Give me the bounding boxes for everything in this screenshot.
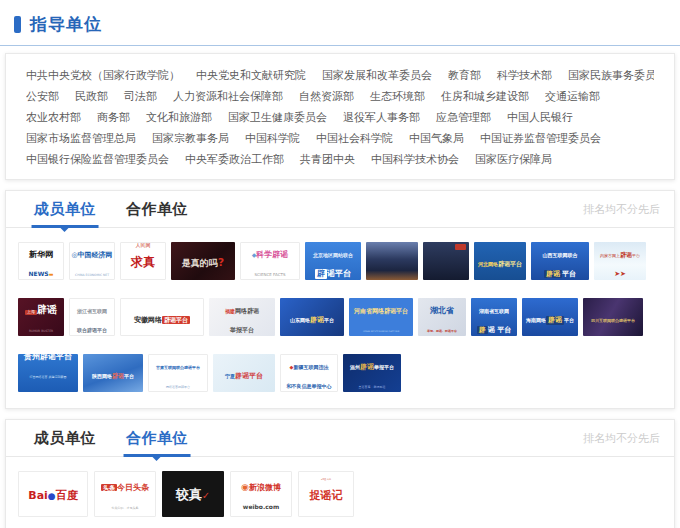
shandong-piyao-platform-logo[interactable]: 山东网络 辟谣 平台 bbox=[280, 298, 344, 336]
partner-tabbar: 成员单位合作单位 排名均不分先后 bbox=[6, 420, 674, 457]
logo-text: 举报平台 bbox=[230, 317, 254, 336]
logo-text: 贵州省互联网信息办公室 联合主办 bbox=[33, 383, 64, 392]
sichuan-lianhe-piyao-logo[interactable]: 四川互联网联合辟谣平台 bbox=[583, 298, 643, 336]
logo-text: 温州 辟谣 举报平台 bbox=[350, 354, 394, 373]
guide-unit: 中国社会科学院 bbox=[316, 128, 393, 149]
guide-unit: 中国银行保险监督管理委员会 bbox=[26, 149, 169, 170]
guide-units-row: 中共中央党校（国家行政学院）中央党史和文献研究院国家发展和改革委员会教育部科学技… bbox=[26, 65, 654, 86]
zhejiang-lianhe-piyao-logo[interactable]: 浙江省互联网联合辟谣平台 bbox=[69, 298, 115, 336]
jinri-toutiao-logo[interactable]: 头条 今日头条你关心的，才是头条 bbox=[94, 471, 156, 517]
guide-units-row: 公安部民政部司法部人力资源和社会保障部自然资源部生态环境部住房和城乡建设部交通运… bbox=[26, 86, 654, 107]
logo-text: 福建 网络辟谣 bbox=[225, 298, 259, 317]
anhui-piyao-platform-logo[interactable]: 安徽网络 辟谣平台 bbox=[120, 298, 204, 336]
logo-text: 甘肃互联网联合辟谣平台 bbox=[156, 354, 200, 373]
shanghai-piyao-logo[interactable]: 上海辟谣RUMOR BUSTER bbox=[18, 298, 64, 336]
guide-unit: 人力资源和社会保障部 bbox=[173, 86, 283, 107]
guide-unit: 中国人民银行 bbox=[507, 107, 573, 128]
logo-text: 河南省网络辟谣平台 bbox=[354, 298, 408, 317]
tab-label: 成员单位 bbox=[34, 200, 96, 219]
ranking-note: 排名均不分先后 bbox=[583, 431, 660, 446]
hainan-piyao-platform-logo[interactable]: 海南网络辟谣平台 bbox=[522, 298, 578, 336]
header-divider bbox=[0, 45, 680, 46]
title-bar-icon bbox=[14, 16, 21, 33]
wenzhou-piyao-jubao-logo[interactable]: 温州 辟谣 举报平台查谣言库 · 举报辟谣 bbox=[343, 354, 401, 392]
logo-text: SCIENCE FACTS bbox=[255, 261, 286, 280]
city-skyline-dusk-logo[interactable] bbox=[366, 242, 418, 280]
baidu-logo[interactable]: Bai●百度 bbox=[18, 471, 88, 517]
tab-member-units[interactable]: 成员单位 bbox=[34, 420, 96, 456]
logo-text: 较真✓ bbox=[176, 484, 210, 503]
active-tab-underline bbox=[124, 454, 191, 457]
logo-text: 湖北省 bbox=[430, 298, 454, 317]
gansu-lianhe-piyao-logo[interactable]: 甘肃互联网联合辟谣平台网络谣言粉碎平台 bbox=[148, 354, 208, 392]
xinhuanet-logo[interactable]: 新华网NEWS ▬ bbox=[18, 242, 64, 280]
member-logo-grid: 新华网NEWS ▬◎ 中国经济网CHINA ECONOMIC NET人民网求真求… bbox=[6, 228, 674, 408]
guizhou-piyao-platform-logo[interactable]: 贵州辟谣平台打击网络谣言 共建清朗家园贵州省互联网信息办公室 联合主办 bbox=[18, 354, 78, 392]
guide-unit: 国家民族事务委员会 bbox=[568, 65, 654, 86]
logo-text: 是真的吗? bbox=[182, 251, 224, 270]
logo-text: 网络谣言粉碎平台 bbox=[166, 373, 190, 392]
logo-row: 上海辟谣RUMOR BUSTER浙江省互联网联合辟谣平台安徽网络 辟谣平台福建 … bbox=[18, 298, 662, 336]
guide-unit: 科学技术部 bbox=[497, 65, 552, 86]
henan-piyao-platform-logo[interactable]: 河南省网络辟谣平台HENAN REFUTE RUMORS PLATFORM bbox=[349, 298, 413, 336]
guide-unit: 国家市场监督管理总局 bbox=[26, 128, 136, 149]
logo-text: 浙江省互联网 bbox=[77, 298, 107, 317]
jiaozhen-logo[interactable]: 较真✓ bbox=[162, 471, 224, 517]
guide-unit: 国家医疗保障局 bbox=[475, 149, 552, 170]
ningxia-piyao-platform-logo[interactable]: 宁夏 辟谣平台 bbox=[213, 354, 275, 392]
hebei-piyao-platform-logo[interactable]: 河北网络 辟谣平台 bbox=[474, 242, 526, 280]
logo-text: weibo.com bbox=[243, 494, 279, 513]
logo-text: e调查·出品 bbox=[321, 471, 331, 484]
member-units-panel: 成员单位合作单位 排名均不分先后 新华网NEWS ▬◎ 中国经济网CHINA E… bbox=[5, 190, 675, 409]
fujian-piyao-jubao-logo[interactable]: 福建 网络辟谣举报平台 bbox=[209, 298, 275, 336]
guide-unit: 商务部 bbox=[97, 107, 130, 128]
logo-text: 湖南省互联网 bbox=[479, 298, 509, 317]
beijing-piyao-platform-logo[interactable]: 北京地区网站联合辟谣平台 bbox=[305, 242, 361, 280]
shi-zhen-de-ma-logo[interactable]: 是真的吗? bbox=[171, 242, 235, 280]
guide-unit: 公安部 bbox=[26, 86, 59, 107]
logo-text: 上海辟谣 bbox=[25, 298, 57, 317]
shaanxi-piyao-platform-logo[interactable]: 陕西网络辟谣平台 bbox=[83, 354, 143, 392]
guide-units-row: 中国银行保险监督管理委员会中央军委政治工作部共青团中央中国科学技术协会国家医疗保… bbox=[26, 149, 654, 170]
logo-text: 北京地区网站联合 bbox=[313, 242, 353, 261]
logo-text: 河北网络 辟谣平台 bbox=[478, 251, 522, 270]
logo-text: 四川互联网联合辟谣平台 bbox=[591, 307, 635, 326]
logo-row: 新华网NEWS ▬◎ 中国经济网CHINA ECONOMIC NET人民网求真求… bbox=[18, 242, 662, 280]
logo-text: ◎ 中国经济网 bbox=[71, 242, 112, 261]
neimenggu-piyao-platform-logo[interactable]: 内蒙古网上 辟谣 平台➤➤ bbox=[594, 242, 646, 280]
logo-text: 山西互联网联合 bbox=[543, 242, 578, 261]
kexue-piyao-logo[interactable]: ◆ 科学辟谣SCIENCE FACTS bbox=[240, 242, 300, 280]
logo-text: 人民网 bbox=[136, 242, 151, 251]
guide-units-row: 农业农村部商务部文化和旅游部国家卫生健康委员会退役军人事务部应急管理部中国人民银… bbox=[26, 107, 654, 128]
tab-label: 合作单位 bbox=[126, 200, 188, 219]
xinjiang-jubao-center-logo[interactable]: ◆ 新疆互联网违法和不良信息举报中心 bbox=[280, 354, 338, 392]
logo-text: 辟谣 平台 bbox=[544, 261, 576, 280]
hubei-jubao-piyao-logo[interactable]: 湖北省举报、辟谣、防谣平台 bbox=[418, 298, 466, 336]
guide-unit: 交通运输部 bbox=[545, 86, 600, 107]
guide-unit: 中国科学院 bbox=[245, 128, 300, 149]
hunan-piyao-platform-logo[interactable]: 湖南省互联网辟谣 平台 bbox=[471, 298, 517, 336]
city-skyline-night-logo[interactable] bbox=[423, 242, 469, 280]
guide-unit: 国家发展和改革委员会 bbox=[322, 65, 432, 86]
tab-partner-units[interactable]: 合作单位 bbox=[126, 420, 188, 456]
sina-weibo-logo[interactable]: ◉ 新浪微博weibo.com bbox=[230, 471, 292, 517]
logo-text: 宁夏 辟谣平台 bbox=[225, 363, 263, 382]
tab-partner-units[interactable]: 合作单位 bbox=[126, 191, 188, 227]
guide-unit: 自然资源部 bbox=[299, 86, 354, 107]
logo-text: 辟谣 平台 bbox=[477, 317, 511, 336]
guide-unit: 中国气象局 bbox=[409, 128, 464, 149]
logo-text: ◆ 新疆互联网违法 bbox=[290, 354, 329, 373]
china-economic-net-logo[interactable]: ◎ 中国经济网CHINA ECONOMIC NET bbox=[69, 242, 115, 280]
logo-text: ➤➤ bbox=[614, 261, 626, 280]
guide-unit: 住房和城乡建设部 bbox=[441, 86, 529, 107]
logo-text: ◆ 科学辟谣 bbox=[252, 242, 289, 261]
tab-member-units[interactable]: 成员单位 bbox=[34, 191, 96, 227]
renminwang-qiuzhen-logo[interactable]: 人民网求真求证求实 还原事实真相 bbox=[120, 242, 166, 280]
logo-text: 头条 今日头条 bbox=[101, 475, 149, 494]
tab-label: 成员单位 bbox=[34, 429, 96, 448]
guide-units-row: 国家市场监督管理总局国家宗教事务局中国科学院中国社会科学院中国气象局中国证券监督… bbox=[26, 128, 654, 149]
shanxi-piyao-platform-logo[interactable]: 山西互联网联合辟谣 平台 bbox=[531, 242, 589, 280]
zhuoyaoji-logo[interactable]: e调查·出品捉谣记还原真相，粉碎谣言 bbox=[298, 471, 354, 517]
logo-text: 新华网 bbox=[29, 242, 53, 261]
guide-unit: 国家宗教事务局 bbox=[152, 128, 229, 149]
